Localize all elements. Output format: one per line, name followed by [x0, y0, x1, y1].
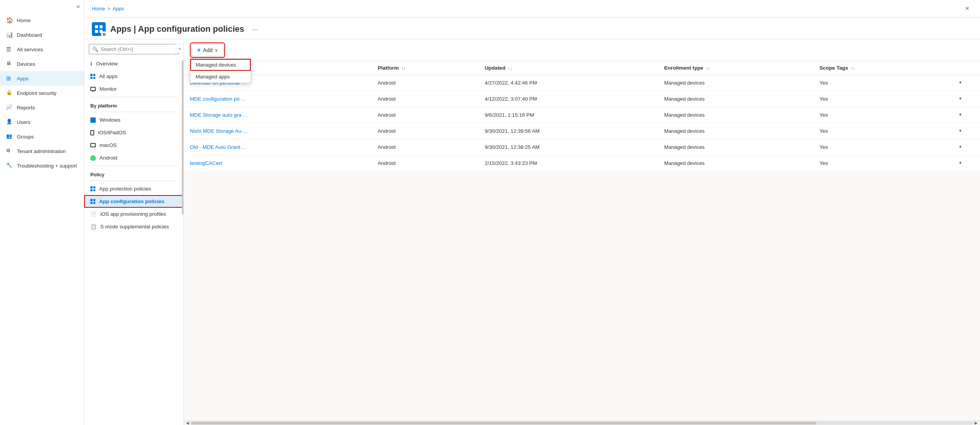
side-nav-ios[interactable]: iOS/iPadOS	[84, 126, 183, 139]
table-row: Defender on personal … Android 4/27/2022…	[184, 75, 980, 91]
sidebar-item-apps[interactable]: Apps	[0, 71, 84, 86]
side-nav-app-protection[interactable]: App protection policies	[84, 182, 183, 195]
home-icon	[6, 17, 13, 24]
sidebar-item-label: Groups	[17, 134, 34, 140]
s-mode-icon: 📋	[90, 224, 96, 230]
sidebar-item-label: Tenant administration	[17, 148, 66, 154]
side-nav-label: S mode supplemental policies	[100, 224, 169, 230]
all-apps-icon	[90, 74, 95, 79]
android-icon	[90, 155, 96, 161]
side-nav-label: All apps	[99, 73, 118, 79]
search-input-wrap[interactable]: 🔍	[89, 44, 179, 54]
side-nav-label: iOS/iPadOS	[98, 130, 126, 135]
cell-name[interactable]: testingCACert	[184, 155, 372, 171]
plus-icon: +	[197, 47, 201, 54]
col-scope-tags[interactable]: Scope Tags ↑↓	[813, 61, 941, 75]
scroll-right-arrow[interactable]: ▶	[973, 421, 979, 425]
nav-collapse-btn[interactable]: «	[0, 0, 84, 13]
breadcrumb-home[interactable]: Home	[92, 6, 105, 11]
cell-name[interactable]: Old - MDE Auto Grant·…	[184, 139, 372, 155]
sidebar-item-tenant[interactable]: Tenant administration	[0, 144, 84, 158]
updated-sort-icon: ↑↓	[508, 66, 512, 70]
sidebar-item-devices[interactable]: Devices	[0, 57, 84, 71]
side-nav-app-config[interactable]: App configuration policies	[84, 195, 183, 208]
cell-scope-tags: Yes	[813, 107, 941, 123]
cell-updated: 9/30/2021, 12:39:56 AM	[479, 123, 658, 139]
users-icon	[6, 119, 13, 125]
cell-row-actions[interactable]: •	[941, 123, 980, 139]
side-panel-search-area: 🔍	[84, 39, 183, 57]
page-header: ⚙ Apps | App configuration policies ···	[84, 18, 980, 39]
side-nav-label: Windows	[100, 117, 121, 123]
table-row: MDE Storage auto gra·… Android 9/6/2021,…	[184, 107, 980, 123]
enrollment-sort-icon: ↑↓	[706, 66, 710, 70]
table-wrap: Name Platform ↑↓ Updated ↑↓ En	[184, 61, 980, 420]
cell-platform: Android	[372, 155, 479, 171]
divider-policy	[90, 166, 177, 166]
dropdown-item-managed-apps[interactable]: Managed apps	[190, 71, 251, 83]
toolbar: + Add ∨ Managed devices Managed apps	[184, 39, 980, 61]
h-scroll-thumb[interactable]	[191, 422, 817, 425]
side-panel: 🔍 « ℹ Overview All apps Monitor	[84, 39, 184, 425]
cell-platform: Android	[372, 107, 479, 123]
horizontal-scrollbar[interactable]: ◀ ▶	[184, 420, 980, 425]
sidebar-item-groups[interactable]: Groups	[0, 129, 84, 144]
sidebar-item-all-services[interactable]: All services	[0, 42, 84, 57]
page-more-options[interactable]: ···	[252, 25, 258, 34]
col-updated[interactable]: Updated ↑↓	[479, 61, 658, 75]
sidebar-item-label: Endpoint security	[17, 90, 57, 96]
svg-rect-2	[95, 30, 98, 33]
side-nav-android[interactable]: Android	[84, 151, 183, 164]
side-panel-collapse-btn[interactable]: «	[176, 44, 184, 53]
cell-name[interactable]: Nishi MDE Storage Au·…	[184, 123, 372, 139]
cell-row-actions[interactable]: •	[941, 91, 980, 107]
sidebar-item-label: Devices	[17, 61, 35, 67]
cell-updated: 9/6/2021, 1:15:16 PM	[479, 107, 658, 123]
side-nav-windows[interactable]: Windows	[84, 114, 183, 126]
by-platform-section-title: By platform	[84, 99, 183, 110]
left-nav: « Home Dashboard All services Devices Ap…	[0, 0, 84, 425]
sidebar-item-users[interactable]: Users	[0, 115, 84, 129]
cell-scope-tags: Yes	[813, 75, 941, 91]
scroll-left-arrow[interactable]: ◀	[185, 421, 191, 425]
cell-row-actions[interactable]: •	[941, 107, 980, 123]
services-icon	[6, 46, 13, 53]
cell-name[interactable]: MDE Storage auto gra·…	[184, 107, 372, 123]
groups-icon	[6, 133, 13, 140]
breadcrumb-current[interactable]: Apps	[113, 6, 124, 11]
sidebar-item-home[interactable]: Home	[0, 13, 84, 28]
add-button[interactable]: + Add ∨	[191, 44, 224, 56]
app-protection-icon	[90, 186, 95, 191]
cell-enrollment-type: Managed devices	[658, 123, 813, 139]
side-nav-monitor[interactable]: Monitor	[84, 83, 183, 95]
sidebar-item-label: Apps	[17, 76, 29, 81]
divider-after-policy-title	[90, 181, 177, 181]
side-nav-s-mode[interactable]: 📋 S mode supplemental policies	[84, 220, 183, 233]
cell-row-actions[interactable]: •	[941, 75, 980, 91]
monitor-icon	[90, 87, 96, 91]
search-input[interactable]	[101, 46, 175, 52]
cell-row-actions[interactable]: •	[941, 155, 980, 171]
sidebar-item-endpoint[interactable]: Endpoint security	[0, 86, 84, 100]
ios-provisioning-icon: 📄	[90, 211, 96, 217]
side-nav-macos[interactable]: macOS	[84, 139, 183, 151]
col-enrollment-type[interactable]: Enrollment type ↑↓	[658, 61, 813, 75]
side-nav-ios-provisioning[interactable]: 📄 iOS app provisioning profiles	[84, 208, 183, 220]
side-nav-overview[interactable]: ℹ Overview	[84, 57, 183, 70]
cell-platform: Android	[372, 75, 479, 91]
cell-platform: Android	[372, 91, 479, 107]
sidebar-item-dashboard[interactable]: Dashboard	[0, 28, 84, 42]
add-label: Add	[203, 47, 212, 53]
side-nav-all-apps[interactable]: All apps	[84, 70, 183, 83]
cell-row-actions[interactable]: •	[941, 139, 980, 155]
side-nav-label: macOS	[100, 142, 117, 148]
main-panel: + Add ∨ Managed devices Managed apps	[184, 39, 980, 425]
sidebar-item-reports[interactable]: Reports	[0, 100, 84, 115]
sidebar-item-troubleshooting[interactable]: Troubleshooting + support	[0, 158, 84, 173]
dropdown-item-managed-devices[interactable]: Managed devices	[190, 59, 251, 71]
close-button[interactable]: ×	[962, 3, 972, 14]
macos-icon	[90, 143, 96, 147]
cell-name[interactable]: MDE configuration po·…	[184, 91, 372, 107]
side-nav-label: Overview	[96, 61, 118, 67]
col-platform[interactable]: Platform ↑↓	[372, 61, 479, 75]
